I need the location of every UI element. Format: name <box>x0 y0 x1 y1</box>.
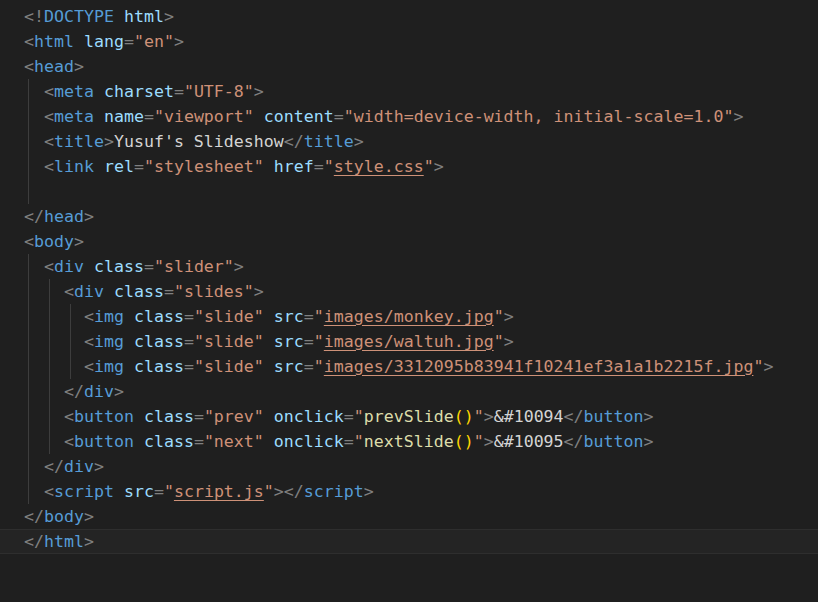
syntax-token-plain-text <box>24 132 44 151</box>
syntax-token-string: " <box>314 307 324 326</box>
syntax-token-attribute-name: lang <box>84 32 124 51</box>
code-line[interactable]: <button class="next" onclick="nextSlide(… <box>0 429 818 454</box>
syntax-token-tag-name: head <box>34 57 74 76</box>
code-line[interactable]: </div> <box>0 454 818 479</box>
syntax-token-string: "slider" <box>154 257 234 276</box>
syntax-token-punctuation: < <box>64 282 74 301</box>
syntax-token-plain-text <box>264 357 274 376</box>
syntax-token-attribute-name: charset <box>104 82 174 101</box>
code-line[interactable]: <div class="slides"> <box>0 279 818 304</box>
syntax-token-string: "stylesheet" <box>144 157 264 176</box>
syntax-token-tag-name: button <box>584 432 644 451</box>
syntax-token-punctuation: = <box>344 432 354 451</box>
syntax-token-punctuation: = <box>304 332 314 351</box>
code-line[interactable]: </head> <box>0 204 818 229</box>
syntax-token-punctuation: > <box>364 482 374 501</box>
syntax-token-punctuation: > <box>84 207 94 226</box>
indent-guide <box>28 129 29 154</box>
syntax-token-punctuation: > <box>114 382 124 401</box>
syntax-token-punctuation: = <box>164 282 174 301</box>
syntax-token-tag-name: script <box>54 482 114 501</box>
syntax-token-plain-text <box>84 257 94 276</box>
syntax-token-string: " <box>494 307 504 326</box>
syntax-token-punctuation: < <box>44 132 54 151</box>
syntax-token-punctuation: > <box>354 132 364 151</box>
code-line-current[interactable]: </html> <box>0 529 818 554</box>
code-line[interactable]: <script src="script.js"></script> <box>0 479 818 504</box>
syntax-token-attribute-name: html <box>114 7 164 26</box>
syntax-token-punctuation: > <box>484 407 494 426</box>
syntax-token-string: "viewport" <box>154 107 254 126</box>
code-line[interactable]: <title>Yusuf's Slideshow</title> <box>0 129 818 154</box>
syntax-token-string: " <box>324 157 334 176</box>
syntax-token-string-link-underlined: style.css <box>334 157 424 176</box>
syntax-token-string: "prev" <box>204 407 264 426</box>
code-editor[interactable]: <!DOCTYPE html><html lang="en"><head> <m… <box>0 4 818 554</box>
code-line[interactable]: <head> <box>0 54 818 79</box>
syntax-token-punctuation: > <box>94 457 104 476</box>
syntax-token-attribute-name: href <box>274 157 314 176</box>
code-line[interactable] <box>0 179 818 204</box>
code-line[interactable]: <img class="slide" src="images/3312095b8… <box>0 354 818 379</box>
code-line[interactable]: <img class="slide" src="images/monkey.jp… <box>0 304 818 329</box>
indent-guide <box>49 329 50 354</box>
syntax-token-attribute-name: class <box>144 432 194 451</box>
syntax-token-plain-text <box>24 457 44 476</box>
syntax-token-punctuation: < <box>44 107 54 126</box>
syntax-token-punctuation: > <box>254 282 264 301</box>
syntax-token-punctuation: > <box>84 532 94 551</box>
code-line[interactable]: <div class="slider"> <box>0 254 818 279</box>
syntax-token-attribute-name: src <box>124 482 154 501</box>
syntax-token-plain-text <box>254 107 264 126</box>
syntax-token-punctuation: = <box>174 82 184 101</box>
code-line[interactable]: </body> <box>0 504 818 529</box>
code-line[interactable]: </div> <box>0 379 818 404</box>
syntax-token-punctuation: </ <box>24 532 44 551</box>
code-line[interactable]: <!DOCTYPE html> <box>0 4 818 29</box>
code-line[interactable]: <img class="slide" src="images/waltuh.jp… <box>0 329 818 354</box>
syntax-token-plain-text <box>134 407 144 426</box>
code-line[interactable]: <button class="prev" onclick="prevSlide(… <box>0 404 818 429</box>
syntax-token-string: "en" <box>134 32 174 51</box>
code-line[interactable]: <meta charset="UTF-8"> <box>0 79 818 104</box>
syntax-token-plain-text <box>124 357 134 376</box>
syntax-token-attribute-name: class <box>134 332 184 351</box>
syntax-token-string-link-underlined: images/monkey.jpg <box>324 307 494 326</box>
indent-guide <box>28 279 29 304</box>
syntax-token-punctuation: = <box>304 307 314 326</box>
syntax-token-punctuation: = <box>314 157 324 176</box>
syntax-token-punctuation: = <box>334 107 344 126</box>
code-line[interactable]: <html lang="en"> <box>0 29 818 54</box>
indent-guide <box>49 379 50 404</box>
syntax-token-plain-text <box>24 382 64 401</box>
syntax-token-tag-name: html <box>44 532 84 551</box>
syntax-token-punctuation: > <box>733 107 743 126</box>
syntax-token-plain-text <box>24 482 44 501</box>
syntax-token-string: "slide" <box>194 357 264 376</box>
syntax-token-punctuation: = <box>184 307 194 326</box>
syntax-token-punctuation: = <box>144 257 154 276</box>
syntax-token-plain-text <box>264 332 274 351</box>
syntax-token-punctuation: = <box>124 32 134 51</box>
indent-guide <box>70 329 71 354</box>
syntax-token-punctuation: > <box>644 432 654 451</box>
syntax-token-string: " <box>494 332 504 351</box>
syntax-token-punctuation: <! <box>24 7 44 26</box>
syntax-token-punctuation: > <box>74 232 84 251</box>
code-line[interactable]: <link rel="stylesheet" href="style.css"> <box>0 154 818 179</box>
code-line[interactable]: <meta name="viewport" content="width=dev… <box>0 104 818 129</box>
code-line[interactable]: <body> <box>0 229 818 254</box>
syntax-token-punctuation: > <box>644 407 654 426</box>
syntax-token-punctuation: = <box>344 407 354 426</box>
syntax-token-tag-name: body <box>34 232 74 251</box>
indent-guide <box>28 379 29 404</box>
syntax-token-bracket-pair-gold: () <box>454 432 474 451</box>
syntax-token-punctuation: </ <box>44 457 64 476</box>
syntax-token-tag-name: script <box>304 482 364 501</box>
syntax-token-string-link-underlined: script.js <box>174 482 264 501</box>
syntax-token-string: " <box>314 357 324 376</box>
syntax-token-punctuation: < <box>44 157 54 176</box>
syntax-token-plain-text <box>24 282 64 301</box>
syntax-token-punctuation: </ <box>64 382 84 401</box>
syntax-token-punctuation: < <box>84 332 94 351</box>
